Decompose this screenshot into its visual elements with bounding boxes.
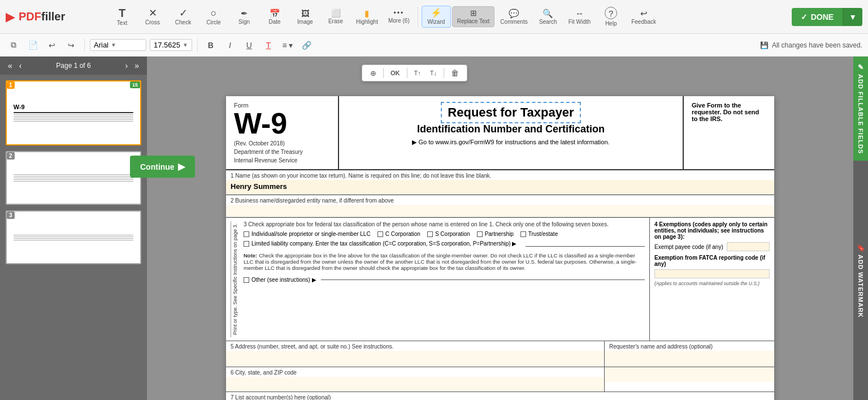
tool-image[interactable]: 🖼 Image	[290, 7, 320, 27]
tool-text-label: Text	[117, 20, 127, 26]
underline-button[interactable]: U	[241, 37, 257, 53]
tool-highlight[interactable]: ▮ Highlight	[351, 7, 383, 27]
first-page-button[interactable]: «	[6, 60, 15, 71]
other-label: Other (see instructions) ▶	[251, 277, 316, 283]
fatca-input[interactable]	[654, 269, 770, 278]
redo-icon[interactable]: ↪	[63, 37, 79, 53]
classification-left: Print or type. See Specific Instructions…	[226, 218, 650, 341]
done-button-main: ✓ DONE	[792, 8, 843, 26]
undo-icon[interactable]: ↩	[44, 37, 60, 53]
add-fillable-label: ADD FILLABLE FIELDS	[857, 74, 864, 154]
page-thumbnails: W-9 1 15	[0, 75, 147, 400]
tool-feedback[interactable]: ↩ Feedback	[627, 7, 661, 27]
other-row: Other (see instructions) ▶	[244, 277, 645, 283]
copy-pages-icon[interactable]: ⧉	[6, 37, 21, 53]
tool-cross[interactable]: ✕ Cross	[138, 6, 167, 28]
next-page-button[interactable]: ›	[123, 60, 131, 71]
float-ok-button[interactable]: OK	[387, 68, 403, 78]
tool-search[interactable]: 🔍 Search	[533, 7, 563, 27]
tool-sign[interactable]: ✒ Sign	[229, 7, 259, 27]
option-c-corp-label: C Corporation	[385, 231, 420, 237]
checkbox-other[interactable]	[244, 277, 249, 283]
bold-button[interactable]: B	[203, 37, 219, 53]
tool-replace-text[interactable]: ⊞ Replace Text	[452, 6, 495, 27]
checkbox-s-corp[interactable]	[427, 231, 433, 237]
done-button-arrow[interactable]: ▼	[843, 8, 862, 26]
option-s-corp[interactable]: S Corporation	[427, 231, 470, 237]
field2-value[interactable]	[226, 205, 774, 217]
font-size-select[interactable]: 17.5625 ▼	[150, 39, 192, 51]
tool-circle-label: Circle	[206, 19, 221, 25]
field1-value[interactable]: Henry Summers	[226, 180, 774, 195]
help-icon: ?	[605, 7, 617, 19]
font-select[interactable]: Arial ▼	[90, 39, 146, 51]
add-watermark-button[interactable]: 🔖 ADD WATERMARK	[853, 161, 868, 400]
save-doc-icon[interactable]: 📄	[25, 37, 41, 53]
add-watermark-label: ADD WATERMARK	[857, 255, 864, 318]
tool-check[interactable]: ✓ Check	[168, 6, 198, 28]
tool-fit-width[interactable]: ↔ Fit Width	[564, 7, 595, 27]
alignment-button[interactable]: ≡ ▾	[280, 37, 296, 53]
addr6-field[interactable]	[226, 377, 604, 392]
thumbnail-page-2[interactable]: 2	[6, 151, 141, 205]
tool-circle[interactable]: ○ Circle	[199, 6, 228, 28]
form-title-selected[interactable]: Request for Taxpayer	[441, 102, 580, 123]
tool-erase[interactable]: ⬜ Erase	[321, 7, 350, 27]
form-right: Give Form to the requester. Do not send …	[684, 96, 774, 169]
float-delete-button[interactable]: 🗑	[448, 67, 462, 79]
option-trust[interactable]: Trust/estate	[520, 231, 558, 237]
document-area[interactable]: ⊕ OK T↑ T↓ 🗑 Form W-9 (Rev. October 2018…	[147, 57, 853, 400]
sidebar: « ‹ Page 1 of 6 › » W-9	[0, 57, 147, 400]
thumbnail-page-3[interactable]: 3	[6, 210, 141, 264]
float-increase-button[interactable]: T↑	[411, 68, 424, 78]
link-button[interactable]: 🔗	[299, 37, 315, 53]
replace-text-icon: ⊞	[470, 9, 477, 17]
tool-wizard[interactable]: ⚡ Wizard	[422, 6, 451, 28]
done-checkmark-icon: ✓	[801, 12, 808, 21]
prev-page-button[interactable]: ‹	[17, 60, 24, 71]
float-move-button[interactable]: ⊕	[367, 68, 380, 79]
continue-button[interactable]: Continue ▶	[130, 156, 195, 178]
thumb-line-thin-4	[14, 119, 133, 120]
text-color-button[interactable]: T	[261, 37, 276, 53]
option-individual[interactable]: Individual/sole proprietor or single-mem…	[244, 231, 371, 237]
class-row-1: Individual/sole proprietor or single-mem…	[244, 231, 645, 237]
thumbnail-page-1[interactable]: W-9 1 15	[6, 80, 141, 145]
addr5-field[interactable]	[226, 351, 604, 367]
t3-l2	[14, 236, 133, 237]
requester-field[interactable]	[605, 351, 774, 367]
float-decrease-button[interactable]: T↓	[427, 68, 440, 78]
tool-more[interactable]: ••• More (6)	[384, 7, 414, 26]
checkbox-trust[interactable]	[520, 231, 526, 237]
tool-date[interactable]: 📅 Date	[260, 7, 289, 27]
tool-comments[interactable]: 💬 Comments	[496, 7, 532, 27]
option-llc[interactable]: Limited liability company. Enter the tax…	[244, 240, 517, 247]
float-sep-1	[383, 68, 384, 78]
option-partnership[interactable]: Partnership	[477, 231, 514, 237]
checkbox-c-corp[interactable]	[377, 231, 383, 237]
main-toolbar: T Text ✕ Cross ✓ Check ○ Circle ✒ Sign 📅…	[107, 5, 792, 29]
tool-help[interactable]: ? Help	[596, 5, 626, 29]
t3-l1	[14, 235, 133, 235]
checkbox-partnership[interactable]	[477, 231, 483, 237]
t2-l4	[14, 179, 133, 180]
done-button[interactable]: ✓ DONE ▼	[792, 8, 862, 26]
italic-button[interactable]: I	[222, 37, 238, 53]
form-section-7: 7 List account number(s) here (optional)	[226, 392, 774, 400]
exempt-payee-input[interactable]	[727, 242, 770, 251]
checkbox-individual[interactable]	[244, 231, 249, 237]
add-fillable-button[interactable]: ✎ ADD FILLABLE FIELDS	[853, 57, 868, 161]
form-left: Form W-9 (Rev. October 2018) Department …	[226, 96, 339, 169]
logo[interactable]: ▶ PDFfiller	[6, 10, 107, 24]
search-icon: 🔍	[542, 9, 553, 18]
circle-icon: ○	[211, 8, 217, 18]
option-c-corp[interactable]: C Corporation	[377, 231, 420, 237]
last-page-button[interactable]: »	[132, 60, 141, 71]
page-nav: « ‹ Page 1 of 6 › »	[0, 57, 147, 75]
classification-right: 4 Exemptions (codes apply only to certai…	[650, 218, 774, 341]
requester-field-2[interactable]	[605, 367, 774, 382]
checkbox-llc[interactable]	[244, 241, 249, 247]
tool-text[interactable]: T Text	[107, 5, 137, 28]
t3-l4	[14, 240, 133, 240]
exempt-payee-row: Exempt payee code (if any)	[654, 242, 770, 251]
